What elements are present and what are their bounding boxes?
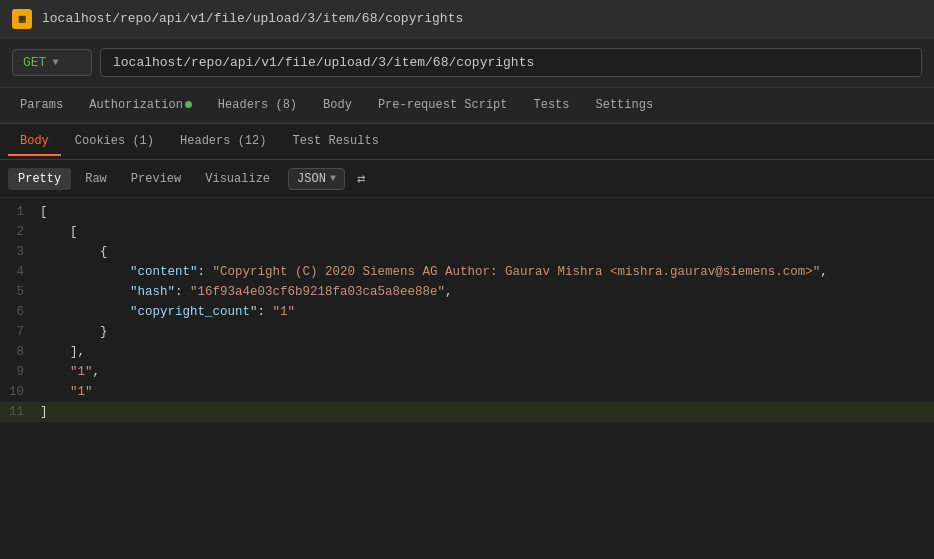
code-line: 8 ],	[0, 342, 934, 362]
code-line: 9 "1",	[0, 362, 934, 382]
line-number: 3	[0, 242, 40, 262]
tab-authorization[interactable]: Authorization	[77, 92, 204, 120]
fmt-raw[interactable]: Raw	[75, 168, 117, 190]
wrap-icon[interactable]: ⇄	[357, 170, 365, 187]
line-number: 8	[0, 342, 40, 362]
resp-tab-cookies[interactable]: Cookies (1)	[63, 128, 166, 156]
url-input[interactable]	[100, 48, 922, 77]
code-line: 2 [	[0, 222, 934, 242]
resp-tab-headers[interactable]: Headers (12)	[168, 128, 278, 156]
line-number: 2	[0, 222, 40, 242]
code-line: 1[	[0, 202, 934, 222]
line-number: 5	[0, 282, 40, 302]
tab-settings[interactable]: Settings	[584, 92, 666, 120]
line-content: [	[40, 222, 78, 242]
json-format-label: JSON	[297, 172, 326, 186]
code-content: 1[2 [3 {4 "content": "Copyright (C) 2020…	[0, 198, 934, 426]
line-content: [	[40, 202, 48, 222]
line-number: 4	[0, 262, 40, 282]
format-bar: Pretty Raw Preview Visualize JSON ▼ ⇄	[0, 160, 934, 198]
title-bar: ▦ localhost/repo/api/v1/file/upload/3/it…	[0, 0, 934, 38]
json-format-arrow: ▼	[330, 173, 336, 184]
response-tabs: Body Cookies (1) Headers (12) Test Resul…	[0, 124, 934, 160]
line-content: "content": "Copyright (C) 2020 Siemens A…	[40, 262, 828, 282]
fmt-preview[interactable]: Preview	[121, 168, 191, 190]
line-number: 6	[0, 302, 40, 322]
line-number: 7	[0, 322, 40, 342]
code-line: 7 }	[0, 322, 934, 342]
line-number: 10	[0, 382, 40, 402]
json-format-selector[interactable]: JSON ▼	[288, 168, 345, 190]
method-label: GET	[23, 55, 46, 70]
fmt-pretty[interactable]: Pretty	[8, 168, 71, 190]
code-line: 3 {	[0, 242, 934, 262]
line-number: 11	[0, 402, 40, 422]
line-content: "1"	[40, 382, 93, 402]
line-content: "copyright_count": "1"	[40, 302, 295, 322]
tab-prerequest[interactable]: Pre-request Script	[366, 92, 520, 120]
code-area[interactable]: 1[2 [3 {4 "content": "Copyright (C) 2020…	[0, 198, 934, 559]
resp-tab-testresults[interactable]: Test Results	[280, 128, 390, 156]
tab-tests[interactable]: Tests	[522, 92, 582, 120]
fmt-visualize[interactable]: Visualize	[195, 168, 280, 190]
line-content: ]	[40, 402, 48, 422]
code-line: 10 "1"	[0, 382, 934, 402]
line-content: "hash": "16f93a4e03cf6b9218fa03ca5a8ee88…	[40, 282, 453, 302]
line-content: }	[40, 322, 108, 342]
line-number: 1	[0, 202, 40, 222]
line-content: {	[40, 242, 108, 262]
url-bar: GET ▼	[0, 38, 934, 88]
auth-active-dot	[185, 101, 192, 108]
request-tabs: Params Authorization Headers (8) Body Pr…	[0, 88, 934, 124]
title-text: localhost/repo/api/v1/file/upload/3/item…	[42, 11, 463, 26]
tab-params[interactable]: Params	[8, 92, 75, 120]
code-line: 11]	[0, 402, 934, 422]
main-content: GET ▼ Params Authorization Headers (8) B…	[0, 38, 934, 559]
line-number: 9	[0, 362, 40, 382]
line-content: ],	[40, 342, 85, 362]
code-line: 4 "content": "Copyright (C) 2020 Siemens…	[0, 262, 934, 282]
tab-body[interactable]: Body	[311, 92, 364, 120]
method-dropdown-arrow: ▼	[52, 57, 58, 68]
code-line: 5 "hash": "16f93a4e03cf6b9218fa03ca5a8ee…	[0, 282, 934, 302]
resp-tab-body[interactable]: Body	[8, 128, 61, 156]
method-select[interactable]: GET ▼	[12, 49, 92, 76]
app-icon: ▦	[12, 9, 32, 29]
tab-headers[interactable]: Headers (8)	[206, 92, 309, 120]
line-content: "1",	[40, 362, 100, 382]
code-line: 6 "copyright_count": "1"	[0, 302, 934, 322]
